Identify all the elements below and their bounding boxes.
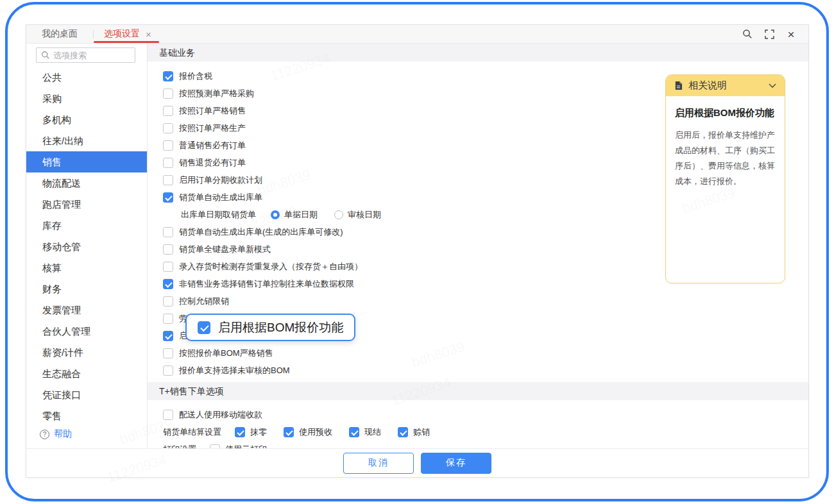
- checkbox[interactable]: [163, 192, 173, 203]
- checkbox[interactable]: [163, 365, 173, 376]
- checkbox[interactable]: [163, 314, 173, 324]
- sidebar-item-16[interactable]: 零售: [26, 405, 147, 426]
- tab-close-icon[interactable]: ×: [146, 29, 151, 39]
- checkbox[interactable]: [163, 348, 173, 358]
- tab-options-settings[interactable]: 选项设置 ×: [94, 25, 159, 43]
- option-row: 报价单支持选择未审核的BOM: [163, 365, 808, 376]
- sidebar-item-0[interactable]: 公共: [26, 67, 147, 88]
- sidebar-item-14[interactable]: 生态融合: [26, 363, 147, 384]
- close-icon[interactable]: ×: [785, 28, 797, 40]
- fullscreen-icon[interactable]: [763, 28, 775, 40]
- checkbox[interactable]: [163, 175, 173, 185]
- checkbox[interactable]: [235, 427, 245, 437]
- related-info-text: 启用后，报价单支持维护产成品的材料、工序（购买工序后）、费用等信息，核算成本，进…: [675, 128, 776, 189]
- sidebar-item-12[interactable]: 合伙人管理: [26, 321, 147, 342]
- sidebar-item-13[interactable]: 薪资/计件: [26, 342, 147, 363]
- checkbox-option[interactable]: 抹零: [235, 426, 267, 438]
- checkbox[interactable]: [398, 427, 408, 437]
- checkbox[interactable]: [163, 106, 173, 116]
- option-row: 按照报价单BOM严格销售: [163, 348, 808, 359]
- checkbox[interactable]: [163, 262, 173, 272]
- checkbox[interactable]: [163, 410, 173, 420]
- sidebar-item-11[interactable]: 发票管理: [26, 299, 147, 321]
- checkbox[interactable]: [163, 88, 173, 99]
- tab-options-settings-label: 选项设置: [104, 28, 140, 40]
- radio-options: 单据日期审核日期: [271, 209, 381, 221]
- sidebar-item-2[interactable]: 多机构: [26, 109, 147, 130]
- radio-button[interactable]: [271, 210, 280, 219]
- sidebar-item-3[interactable]: 往来/出纳: [26, 130, 147, 151]
- checkbox-group: 使用云打印: [210, 444, 267, 448]
- checkbox-label: 现结: [364, 426, 381, 438]
- help-link[interactable]: ? 帮助: [40, 428, 72, 440]
- section-header-basic-business: 基础业务: [148, 44, 808, 62]
- option-label: 按照订单严格生产: [179, 122, 246, 134]
- option-label: 报价含税: [179, 71, 212, 82]
- save-button[interactable]: 保存: [421, 453, 491, 474]
- group-label: 打印设置: [163, 444, 196, 448]
- checkbox[interactable]: [163, 227, 173, 237]
- page-background: 我的桌面 选项设置 × ×: [0, 0, 834, 504]
- related-info-header[interactable]: 相关说明: [666, 75, 785, 96]
- footer-bar: 取消 保存: [26, 448, 808, 477]
- checkbox[interactable]: [163, 71, 173, 81]
- tab-my-desktop[interactable]: 我的桌面: [26, 25, 93, 43]
- chevron-down-icon[interactable]: [769, 83, 776, 88]
- option-label: 销货单全键盘录单新模式: [179, 244, 271, 255]
- sidebar-item-6[interactable]: 跑店管理: [26, 194, 147, 215]
- sidebar-item-8[interactable]: 移动仓管: [26, 236, 147, 257]
- radio-option[interactable]: 单据日期: [271, 209, 318, 221]
- cancel-button[interactable]: 取消: [343, 453, 414, 474]
- sidebar-search-input[interactable]: [53, 51, 130, 60]
- sidebar-item-7[interactable]: 库存: [26, 215, 147, 236]
- checkbox[interactable]: [163, 140, 173, 151]
- option-label: 配送人使用移动端收款: [179, 409, 262, 421]
- checkbox[interactable]: [163, 279, 173, 289]
- sidebar-item-5[interactable]: 物流配送: [26, 172, 147, 194]
- checkbox[interactable]: [163, 296, 173, 307]
- sidebar-item-4[interactable]: 销售: [26, 151, 147, 172]
- checkbox[interactable]: [163, 158, 173, 168]
- checkbox[interactable]: [163, 123, 173, 133]
- options-content: 基础业务 报价含税按照预测单严格采购按照订单严格销售按照订单严格生产普通销售必有…: [148, 44, 808, 448]
- search-icon[interactable]: [742, 28, 753, 40]
- radio-button[interactable]: [334, 210, 343, 219]
- checkbox-bom-quote-callout[interactable]: [198, 321, 210, 334]
- tabbar-icon-group: ×: [742, 25, 808, 43]
- checkbox[interactable]: [163, 244, 173, 255]
- checkbox-option[interactable]: 现结: [349, 426, 381, 438]
- related-info-body: 启用根据BOM报价功能 启用后，报价单支持维护产成品的材料、工序（购买工序后）、…: [666, 96, 785, 189]
- option-label: 销货单自动生成出库单(生成的出库单可修改): [179, 226, 343, 238]
- option-label: 报价单支持选择未审核的BOM: [179, 365, 290, 376]
- bom-quote-callout-label: 启用根据BOM报价功能: [218, 319, 343, 336]
- checkbox-option[interactable]: 使用云打印: [210, 444, 267, 448]
- option-row: 配送人使用移动端收款: [163, 409, 808, 421]
- tplus-sales-options: 配送人使用移动端收款销货单结算设置抹零使用预收现结赊销打印设置使用云打印: [148, 400, 808, 448]
- option-label: 普通销售必有订单: [179, 140, 246, 151]
- document-icon: [674, 81, 683, 90]
- checkbox[interactable]: [163, 331, 173, 341]
- checkbox-option[interactable]: 赊销: [398, 426, 430, 438]
- option-row: 打印设置使用云打印: [163, 444, 808, 448]
- option-label: 非销售业务选择销售订单控制往来单位数据权限: [179, 278, 354, 290]
- related-info-title: 相关说明: [688, 80, 727, 92]
- sidebar-item-1[interactable]: 采购: [26, 88, 147, 109]
- checkbox[interactable]: [349, 427, 359, 437]
- section-header-tplus-sales: T+销售下单选项: [148, 382, 808, 400]
- radio-label: 单据日期: [284, 209, 318, 221]
- checkbox[interactable]: [284, 427, 294, 437]
- related-info-heading: 启用根据BOM报价功能: [675, 107, 776, 119]
- tab-my-desktop-label: 我的桌面: [42, 28, 78, 40]
- option-label: 启用订单分期收款计划: [179, 174, 262, 186]
- option-label: 按照报价单BOM严格销售: [179, 348, 273, 359]
- sidebar-item-10[interactable]: 财务: [26, 278, 147, 299]
- sidebar-item-15[interactable]: 凭证接口: [26, 384, 147, 405]
- checkbox-label: 赊销: [413, 426, 430, 438]
- radio-option[interactable]: 审核日期: [334, 209, 381, 221]
- checkbox-label: 使用预收: [299, 426, 332, 438]
- sidebar-item-9[interactable]: 核算: [26, 257, 147, 278]
- checkbox-option[interactable]: 使用预收: [284, 426, 332, 438]
- search-icon: [41, 51, 50, 60]
- bom-quote-zoom-callout[interactable]: 启用根据BOM报价功能: [185, 314, 355, 341]
- option-label: 销售退货必有订单: [179, 157, 246, 169]
